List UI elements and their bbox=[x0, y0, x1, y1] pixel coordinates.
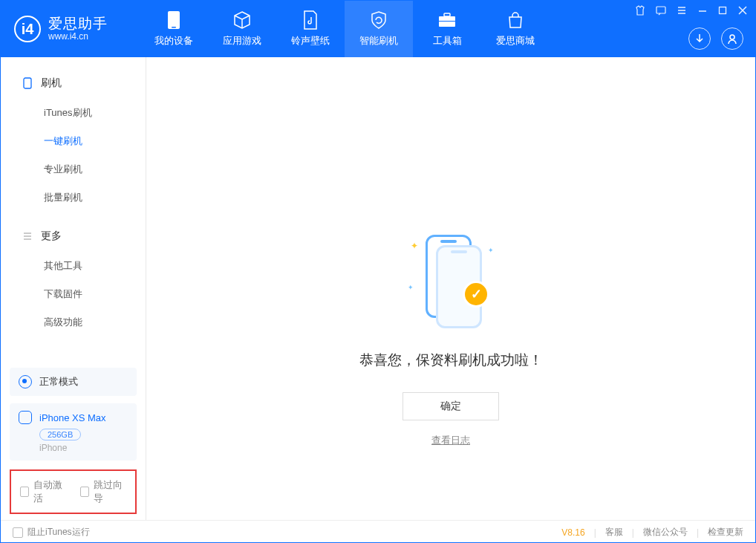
tab-label: 智能刷机 bbox=[359, 34, 398, 48]
svg-rect-0 bbox=[168, 11, 180, 29]
main-content: ✦ ✦ ✦ ✓ 恭喜您，保资料刷机成功啦！ 确定 查看日志 bbox=[146, 57, 755, 520]
sidebar-item-batch[interactable]: 批量刷机 bbox=[1, 183, 146, 212]
svg-rect-5 bbox=[656, 7, 665, 13]
success-illustration: ✦ ✦ ✦ ✓ bbox=[406, 232, 495, 328]
checkbox-block-itunes[interactable]: 阻止iTunes运行 bbox=[13, 526, 90, 539]
tab-apps-games[interactable]: 应用游戏 bbox=[208, 1, 276, 57]
logo-icon: i4 bbox=[14, 16, 41, 42]
logo-url: www.i4.cn bbox=[48, 32, 108, 42]
minimize-icon[interactable] bbox=[697, 5, 708, 18]
sidebar-item-download[interactable]: 下载固件 bbox=[1, 280, 146, 308]
device-phone-icon bbox=[19, 411, 32, 424]
svg-rect-8 bbox=[24, 78, 31, 88]
status-bar: 阻止iTunes运行 V8.16 | 客服 | 微信公众号 | 检查更新 bbox=[1, 520, 755, 543]
sidebar-item-pro[interactable]: 专业刷机 bbox=[1, 155, 146, 183]
music-file-icon bbox=[301, 10, 320, 30]
nav-tabs: 我的设备 应用游戏 铃声壁纸 智能刷机 工具箱 爱思商城 bbox=[140, 1, 550, 57]
tab-label: 我的设备 bbox=[154, 34, 193, 48]
device-icon bbox=[164, 10, 183, 30]
tab-label: 应用游戏 bbox=[223, 34, 261, 48]
app-header: i4 爱思助手 www.i4.cn 我的设备 应用游戏 铃声壁纸 智能刷机 工具… bbox=[1, 1, 755, 57]
tab-label: 铃声壁纸 bbox=[291, 34, 330, 48]
tab-label: 工具箱 bbox=[433, 34, 462, 48]
menu-icon[interactable] bbox=[677, 5, 687, 18]
tab-label: 爱思商城 bbox=[496, 34, 535, 48]
checkbox-label: 自动激活 bbox=[33, 478, 66, 505]
tab-smart-flash[interactable]: 智能刷机 bbox=[345, 1, 413, 57]
logo-text: 爱思助手 www.i4.cn bbox=[48, 16, 108, 42]
sidebar: 刷机 iTunes刷机 一键刷机 专业刷机 批量刷机 更多 其他工具 下载固件 … bbox=[1, 57, 146, 520]
sidebar-item-advanced[interactable]: 高级功能 bbox=[1, 308, 146, 336]
device-storage-badge: 256GB bbox=[39, 429, 81, 440]
checkbox-skip-guide[interactable]: 跳过向导 bbox=[80, 478, 127, 505]
cube-icon bbox=[232, 10, 252, 30]
checkbox-auto-activate[interactable]: 自动激活 bbox=[20, 478, 67, 505]
checkbox-icon bbox=[20, 487, 29, 497]
sidebar-item-other[interactable]: 其他工具 bbox=[1, 252, 146, 280]
user-icon[interactable] bbox=[721, 27, 743, 50]
logo-cn: 爱思助手 bbox=[48, 16, 108, 32]
sidebar-item-itunes[interactable]: iTunes刷机 bbox=[1, 99, 146, 127]
sparkle-icon: ✦ bbox=[408, 284, 414, 291]
header-actions bbox=[688, 27, 743, 50]
close-icon[interactable] bbox=[737, 5, 748, 18]
checkbox-label: 阻止iTunes运行 bbox=[27, 526, 90, 539]
sparkle-icon: ✦ bbox=[488, 247, 494, 254]
ok-button[interactable]: 确定 bbox=[403, 392, 499, 420]
tab-store[interactable]: 爱思商城 bbox=[481, 1, 550, 57]
tab-toolbox[interactable]: 工具箱 bbox=[413, 1, 481, 57]
footer-link-wechat[interactable]: 微信公众号 bbox=[643, 526, 688, 539]
checkbox-label: 跳过向导 bbox=[94, 478, 126, 505]
window-controls bbox=[635, 5, 748, 18]
tab-my-device[interactable]: 我的设备 bbox=[140, 1, 208, 57]
svg-rect-6 bbox=[720, 7, 726, 14]
feedback-icon[interactable] bbox=[656, 5, 666, 18]
phone-icon bbox=[22, 77, 33, 89]
sidebar-section-flash: 刷机 bbox=[1, 72, 146, 94]
download-icon[interactable] bbox=[688, 27, 711, 50]
flash-options-row: 自动激活 跳过向导 bbox=[10, 469, 137, 514]
svg-rect-3 bbox=[444, 13, 450, 16]
tab-ringtones[interactable]: 铃声壁纸 bbox=[276, 1, 345, 57]
svg-rect-1 bbox=[172, 27, 176, 28]
success-panel: ✦ ✦ ✦ ✓ 恭喜您，保资料刷机成功啦！ 确定 查看日志 bbox=[146, 232, 755, 447]
view-log-link[interactable]: 查看日志 bbox=[431, 434, 470, 447]
device-type: iPhone bbox=[39, 443, 128, 453]
footer-link-update[interactable]: 检查更新 bbox=[708, 526, 743, 539]
mode-dot-icon bbox=[19, 375, 32, 388]
check-icon: ✓ bbox=[463, 281, 489, 308]
skin-icon[interactable] bbox=[635, 5, 645, 18]
version-label: V8.16 bbox=[561, 527, 584, 538]
sidebar-section-more: 更多 bbox=[1, 225, 146, 247]
checkbox-icon bbox=[80, 487, 89, 497]
mode-label: 正常模式 bbox=[39, 375, 78, 388]
mode-card[interactable]: 正常模式 bbox=[10, 368, 137, 396]
shield-sync-icon bbox=[369, 10, 388, 30]
sidebar-item-oneclick[interactable]: 一键刷机 bbox=[1, 127, 146, 155]
device-name: iPhone XS Max bbox=[39, 412, 106, 423]
list-icon bbox=[22, 230, 33, 242]
svg-rect-4 bbox=[439, 21, 455, 22]
checkbox-icon bbox=[13, 527, 23, 538]
briefcase-icon bbox=[437, 10, 457, 30]
success-title: 恭喜您，保资料刷机成功啦！ bbox=[359, 351, 543, 370]
section-label: 更多 bbox=[41, 230, 62, 243]
bag-icon bbox=[506, 10, 525, 30]
device-card[interactable]: iPhone XS Max 256GB iPhone bbox=[10, 403, 137, 461]
maximize-icon[interactable] bbox=[718, 6, 727, 17]
svg-point-7 bbox=[730, 35, 734, 39]
footer-link-service[interactable]: 客服 bbox=[605, 526, 623, 539]
sparkle-icon: ✦ bbox=[411, 241, 418, 251]
app-logo[interactable]: i4 爱思助手 www.i4.cn bbox=[1, 16, 121, 42]
section-label: 刷机 bbox=[41, 77, 62, 90]
